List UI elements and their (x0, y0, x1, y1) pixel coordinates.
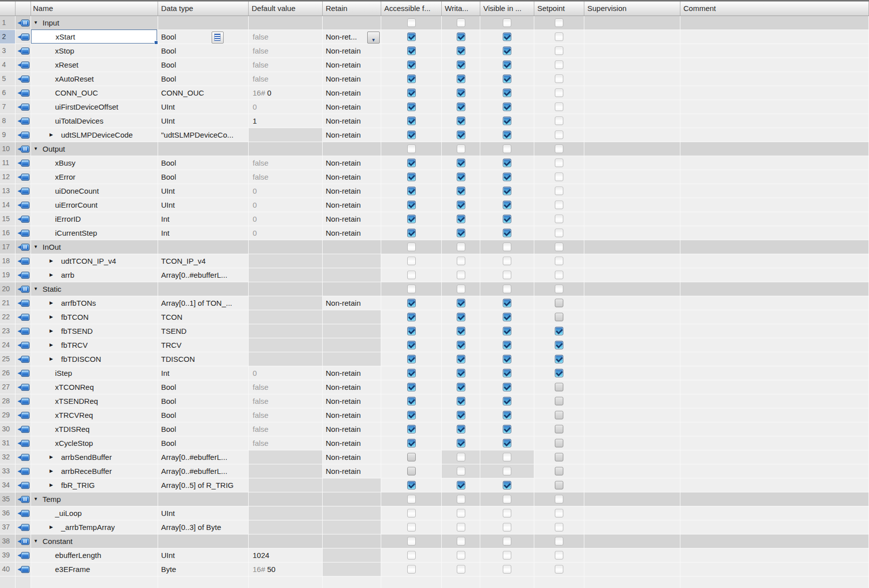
header-visible[interactable]: Visible in ... (480, 2, 534, 16)
visible-checkbox[interactable] (503, 271, 511, 279)
row-number[interactable]: 18 (0, 254, 16, 268)
name-cell[interactable]: iStep (31, 366, 158, 380)
row-number[interactable]: 26 (0, 366, 16, 380)
comment-cell[interactable] (680, 520, 869, 534)
comment-cell[interactable] (680, 184, 869, 198)
row-number[interactable]: 16 (0, 226, 16, 240)
supervision-cell[interactable] (584, 548, 680, 562)
retain-cell[interactable]: Non-retain (323, 380, 381, 394)
expand-arrow[interactable]: ▶ (50, 128, 53, 142)
row-number[interactable]: 11 (0, 156, 16, 170)
datatype-cell[interactable]: Bool (158, 380, 249, 394)
row-number[interactable]: 40 (0, 562, 16, 576)
writable-checkbox[interactable] (457, 159, 465, 167)
default-value-cell[interactable] (249, 16, 323, 30)
accessible-checkbox[interactable] (407, 187, 416, 195)
writable-checkbox[interactable] (457, 355, 465, 363)
retain-cell[interactable]: Non-retain (323, 72, 381, 86)
row-number[interactable]: 6 (0, 86, 16, 100)
retain-cell[interactable]: Non-retain (323, 184, 381, 198)
writable-checkbox[interactable] (457, 383, 465, 391)
datatype-cell[interactable]: TCON (158, 310, 249, 324)
writable-checkbox[interactable] (457, 271, 465, 279)
collapse-arrow[interactable]: ▼ (34, 240, 38, 254)
writable-checkbox[interactable] (457, 173, 465, 181)
comment-cell[interactable] (680, 366, 869, 380)
retain-cell[interactable]: Non-retain (323, 394, 381, 408)
datatype-cell[interactable]: UInt (158, 548, 249, 562)
row-number[interactable]: 2 (0, 30, 16, 44)
supervision-cell[interactable] (584, 268, 680, 282)
row-number[interactable]: 14 (0, 198, 16, 212)
visible-checkbox[interactable] (503, 439, 511, 447)
writable-checkbox[interactable] (457, 47, 465, 55)
name-cell[interactable]: xBusy (31, 156, 158, 170)
setpoint-checkbox[interactable] (555, 61, 563, 69)
name-cell[interactable]: uiTotalDevices (31, 114, 158, 128)
datatype-cell[interactable]: Int (158, 226, 249, 240)
comment-cell[interactable] (680, 422, 869, 436)
collapse-arrow[interactable]: ▼ (34, 142, 38, 156)
name-cell[interactable]: ▼Temp (31, 492, 158, 506)
name-cell[interactable]: uiFirstDeviceOffset (31, 100, 158, 114)
visible-checkbox[interactable] (503, 369, 511, 377)
name-cell[interactable]: xTCONReq (31, 380, 158, 394)
retain-cell[interactable]: Non-retain (323, 450, 381, 464)
name-cell[interactable]: ▶fbTCON (31, 310, 158, 324)
setpoint-checkbox[interactable] (555, 551, 563, 559)
visible-checkbox[interactable] (503, 61, 511, 69)
retain-cell[interactable]: Non-retain (323, 464, 381, 478)
datatype-cell[interactable]: Array[0..#ebufferL... (158, 450, 249, 464)
supervision-cell[interactable] (584, 212, 680, 226)
collapse-arrow[interactable]: ▼ (34, 16, 38, 30)
row-number[interactable]: 31 (0, 436, 16, 450)
name-cell[interactable]: ▼Constant (31, 534, 158, 548)
name-cell[interactable]: ▼Output (31, 142, 158, 156)
name-cell[interactable]: ▼Static (31, 282, 158, 296)
accessible-checkbox[interactable] (407, 47, 416, 55)
datatype-cell[interactable]: Bool (158, 72, 249, 86)
supervision-cell[interactable] (584, 408, 680, 422)
comment-cell[interactable] (680, 30, 869, 44)
visible-checkbox[interactable] (503, 313, 511, 321)
header-icon[interactable] (16, 2, 31, 16)
setpoint-checkbox[interactable] (555, 215, 563, 223)
accessible-checkbox[interactable] (407, 327, 416, 335)
name-cell[interactable]: ▶arrfbTONs (31, 296, 158, 310)
visible-checkbox[interactable] (503, 355, 511, 363)
name-cell[interactable]: ▶_arrbTempArray (31, 520, 158, 534)
default-value-cell[interactable]: 1024 (249, 548, 323, 562)
datatype-cell[interactable]: Bool (158, 44, 249, 58)
row-number[interactable]: 25 (0, 352, 16, 366)
name-cell[interactable]: xTSENDReq (31, 394, 158, 408)
comment-cell[interactable] (680, 198, 869, 212)
datatype-cell[interactable]: TDISCON (158, 352, 249, 366)
visible-checkbox[interactable] (503, 481, 511, 489)
writable-checkbox[interactable] (457, 257, 465, 265)
datatype-cell[interactable]: Bool (158, 156, 249, 170)
comment-cell[interactable] (680, 506, 869, 520)
fill-handle[interactable] (154, 41, 158, 45)
retain-cell[interactable]: Non-ret... (323, 30, 381, 44)
row-number[interactable]: 7 (0, 100, 16, 114)
default-value-cell[interactable]: 0 (249, 366, 323, 380)
comment-cell[interactable] (680, 58, 869, 72)
row-number[interactable]: 5 (0, 72, 16, 86)
header-default-value[interactable]: Default value (249, 2, 323, 16)
expand-arrow[interactable]: ▶ (50, 296, 53, 310)
setpoint-checkbox[interactable] (555, 89, 563, 97)
name-cell[interactable]: xCycleStop (31, 436, 158, 450)
datatype-cell[interactable]: Bool (158, 422, 249, 436)
expand-arrow[interactable]: ▶ (50, 450, 53, 464)
visible-checkbox[interactable] (503, 75, 511, 83)
supervision-cell[interactable] (584, 170, 680, 184)
visible-checkbox[interactable] (503, 509, 511, 517)
supervision-cell[interactable] (584, 338, 680, 352)
row-number[interactable]: 13 (0, 184, 16, 198)
row-number[interactable]: 28 (0, 394, 16, 408)
retain-cell[interactable]: Non-retain (323, 366, 381, 380)
supervision-cell[interactable] (584, 422, 680, 436)
comment-cell[interactable] (680, 268, 869, 282)
comment-cell[interactable] (680, 156, 869, 170)
collapse-arrow[interactable]: ▼ (34, 492, 38, 506)
